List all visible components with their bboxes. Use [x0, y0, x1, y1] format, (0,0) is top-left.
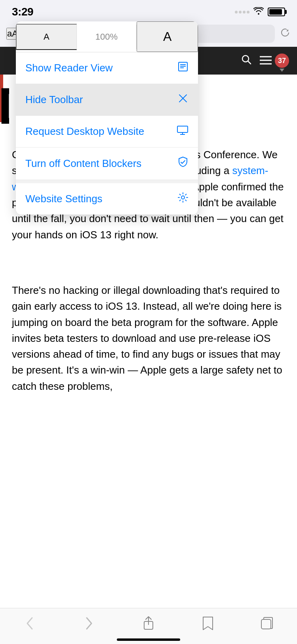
battery-icon [268, 8, 285, 16]
menu-divider [16, 180, 198, 183]
hide-toolbar-label: Hide Toolbar [25, 94, 83, 106]
font-increase-button[interactable]: A [137, 21, 198, 52]
status-bar: 3:29 [0, 0, 297, 21]
search-icon[interactable] [241, 54, 252, 68]
article-paragraph-2: There's no hacking or illegal downloadin… [12, 282, 285, 394]
tabs-button[interactable] [255, 615, 279, 632]
content-blockers-label: Turn off Content Blockers [25, 157, 141, 170]
svg-rect-16 [261, 619, 271, 629]
refresh-button[interactable] [280, 27, 291, 40]
hide-toolbar-icon [177, 93, 188, 107]
article-spacer [12, 259, 285, 282]
signal-dots [235, 11, 249, 13]
share-button[interactable] [137, 615, 160, 632]
show-reader-view-item[interactable]: Show Reader View [16, 52, 198, 84]
partial-d-letter: D [0, 80, 9, 132]
dropdown-menu: A 100% A Show Reader View Hide Toolbar R… [16, 21, 198, 215]
gear-icon [177, 192, 188, 206]
content-blockers-item[interactable]: Turn off Content Blockers [16, 148, 198, 180]
request-desktop-label: Request Desktop Website [25, 125, 144, 138]
svg-point-9 [181, 196, 185, 199]
home-indicator [117, 638, 180, 641]
back-button[interactable] [18, 615, 42, 632]
website-settings-item[interactable]: Website Settings [16, 183, 198, 215]
website-settings-label: Website Settings [25, 193, 103, 205]
reader-view-icon [177, 61, 188, 75]
desktop-icon [177, 125, 188, 138]
font-size-row: A 100% A [16, 21, 198, 52]
menu-icon[interactable] [260, 54, 272, 67]
forward-button[interactable] [77, 615, 101, 632]
show-reader-view-label: Show Reader View [25, 62, 113, 74]
status-icons [235, 7, 285, 17]
font-size-percent: 100% [77, 25, 137, 49]
bookmark-button[interactable] [196, 615, 220, 632]
svg-rect-6 [177, 126, 188, 132]
wifi-icon [253, 7, 264, 17]
hide-toolbar-item[interactable]: Hide Toolbar [16, 84, 198, 116]
notification-badge: 37 [275, 54, 289, 68]
battery-fill [269, 9, 282, 15]
status-time: 3:29 [12, 6, 33, 18]
shield-icon [177, 156, 188, 171]
svg-line-11 [248, 61, 251, 64]
font-decrease-button[interactable]: A [16, 24, 77, 50]
request-desktop-item[interactable]: Request Desktop Website [16, 116, 198, 148]
nav-right: 37 [241, 54, 289, 68]
